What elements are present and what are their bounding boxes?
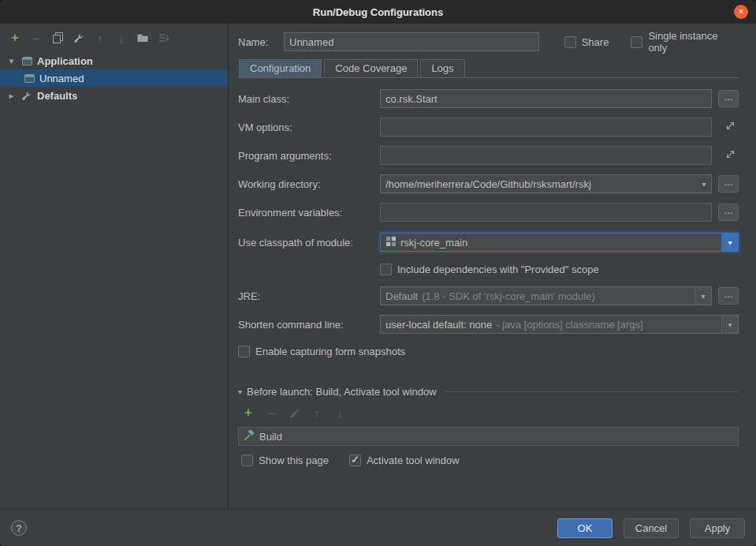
cancel-button[interactable]: Cancel <box>624 518 679 538</box>
program-arguments-input[interactable] <box>381 150 711 162</box>
add-configuration-button[interactable]: + <box>8 31 22 45</box>
move-up-button[interactable]: ↑ <box>93 31 107 45</box>
checkbox-box <box>631 36 642 48</box>
sort-icon <box>158 32 169 43</box>
move-task-up-button[interactable]: ↑ <box>310 406 324 420</box>
shorten-value: user-local default: none <box>385 319 492 331</box>
close-button[interactable]: × <box>734 5 748 19</box>
capture-snapshots-checkbox[interactable]: Enable capturing form snapshots <box>238 346 405 357</box>
add-task-button[interactable]: + <box>241 406 255 420</box>
tree-item-defaults[interactable]: ▸ Defaults <box>0 87 228 104</box>
main-class-row: Main class: ... <box>238 89 739 108</box>
working-directory-field: ▾ <box>380 174 712 193</box>
footer-buttons: OK Cancel Apply <box>557 518 745 538</box>
edit-templates-button[interactable] <box>72 31 86 45</box>
configurations-sidebar: + − ↑ ↓ <box>0 24 229 509</box>
jre-label: JRE: <box>238 290 380 302</box>
question-mark-icon: ? <box>16 522 22 534</box>
name-input[interactable] <box>284 32 539 51</box>
dropdown-arrow-icon[interactable]: ▾ <box>695 287 711 305</box>
tab-logs[interactable]: Logs <box>420 59 464 77</box>
tree-item-label: Application <box>37 55 93 67</box>
create-folder-button[interactable] <box>136 31 150 45</box>
vm-options-input[interactable] <box>381 122 711 133</box>
remove-task-button[interactable]: − <box>264 406 278 420</box>
build-icon <box>244 430 255 443</box>
shorten-command-line-combobox[interactable]: user-local default: none - java [options… <box>380 315 739 334</box>
program-arguments-row: Program arguments: <box>238 146 739 165</box>
copy-icon <box>53 32 63 43</box>
folder-icon <box>137 33 148 43</box>
wrench-icon <box>20 90 33 101</box>
program-arguments-expand-button[interactable] <box>725 149 736 162</box>
tree-item-unnamed[interactable]: Unnamed <box>0 69 228 87</box>
sort-configurations-button[interactable] <box>157 31 171 45</box>
checkbox-label: Activate tool window <box>367 454 460 466</box>
vm-options-expand-button[interactable] <box>725 121 736 133</box>
main-class-input[interactable] <box>381 93 711 105</box>
apply-button[interactable]: Apply <box>690 518 745 538</box>
ok-button[interactable]: OK <box>557 518 613 538</box>
configuration-editor: Name: Share Single instance only Configu… <box>229 24 756 509</box>
working-directory-browse-button[interactable]: ... <box>718 175 739 193</box>
chevron-right-icon[interactable]: ▸ <box>6 91 17 101</box>
dropdown-arrow-icon[interactable]: ▾ <box>721 234 738 251</box>
help-button[interactable]: ? <box>11 520 27 536</box>
checkbox-box <box>238 346 250 357</box>
module-label: Use classpath of module: <box>238 237 380 249</box>
edit-task-button[interactable] <box>287 406 301 420</box>
history-dropdown-arrow-icon[interactable]: ▾ <box>697 180 711 189</box>
window-title: Run/Debug Configurations <box>313 6 443 18</box>
check-icon: ✓ <box>351 454 359 465</box>
dialog-footer: ? OK Cancel Apply <box>0 509 756 546</box>
arrow-up-icon: ↑ <box>314 407 320 419</box>
task-item-build[interactable]: Build <box>239 428 287 445</box>
separator-line <box>445 391 739 392</box>
environment-variables-input[interactable] <box>381 207 711 219</box>
checkbox-box <box>241 454 253 466</box>
configurations-tree: ▾ Application Unnamed ▸ Defaults <box>0 52 228 104</box>
share-checkbox[interactable]: Share <box>564 36 609 48</box>
arrow-up-icon: ↑ <box>97 32 103 44</box>
copy-configuration-button[interactable] <box>50 31 65 45</box>
jre-browse-button[interactable]: ... <box>718 287 739 305</box>
move-task-down-button[interactable]: ↓ <box>333 406 347 420</box>
tab-configuration[interactable]: Configuration <box>239 59 322 77</box>
name-label: Name: <box>238 36 284 48</box>
program-arguments-label: Program arguments: <box>238 150 380 162</box>
vm-options-row: VM options: <box>238 118 739 136</box>
environment-variables-browse-button[interactable]: ... <box>718 204 739 221</box>
move-down-button[interactable]: ↓ <box>114 31 128 45</box>
title-bar: Run/Debug Configurations × <box>0 0 756 24</box>
tab-bar: Configuration Code Coverage Logs <box>238 59 739 78</box>
module-combobox[interactable]: rskj-core_main ▾ <box>380 233 739 252</box>
include-dependencies-checkbox[interactable]: Include dependencies with "Provided" sco… <box>380 264 599 275</box>
single-instance-checkbox[interactable]: Single instance only <box>631 30 739 54</box>
disclosure-triangle-icon[interactable]: ▾ <box>238 387 242 396</box>
before-launch-options: Show this page ✓ Activate tool window <box>238 454 739 466</box>
working-directory-input[interactable] <box>381 178 697 190</box>
environment-variables-row: Environment variables: ... <box>238 203 739 222</box>
tree-item-label: Defaults <box>37 90 77 102</box>
tree-item-application[interactable]: ▾ Application <box>0 52 228 69</box>
shorten-command-line-row: Shorten command line: user-local default… <box>238 315 739 334</box>
jre-value: Default <box>385 290 418 302</box>
working-directory-label: Working directory: <box>238 178 380 190</box>
tab-code-coverage[interactable]: Code Coverage <box>324 59 418 77</box>
expand-field-icon <box>725 121 736 133</box>
show-this-page-checkbox[interactable]: Show this page <box>241 454 329 466</box>
add-icon: + <box>244 406 251 419</box>
dropdown-arrow-icon[interactable]: ▾ <box>721 316 738 333</box>
remove-configuration-button[interactable]: − <box>29 31 43 45</box>
chevron-down-icon[interactable]: ▾ <box>6 56 17 66</box>
main-class-browse-button[interactable]: ... <box>718 90 739 107</box>
checkbox-box-checked: ✓ <box>349 454 361 466</box>
include-dependencies-row: Include dependencies with "Provided" sco… <box>380 261 739 277</box>
before-launch-task-list: Build <box>238 427 739 446</box>
checkbox-label: Single instance only <box>648 30 739 54</box>
remove-icon: − <box>33 32 40 44</box>
before-launch-toolbar: + − ↑ ↓ <box>238 398 739 427</box>
activate-tool-window-checkbox[interactable]: ✓ Activate tool window <box>349 454 460 466</box>
shorten-command-line-label: Shorten command line: <box>238 319 380 331</box>
jre-combobox[interactable]: Default (1.8 - SDK of 'rskj-core_main' m… <box>380 286 712 305</box>
